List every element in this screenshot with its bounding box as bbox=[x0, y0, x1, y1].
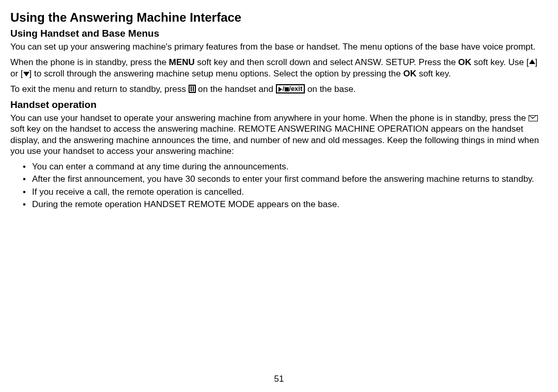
text: on the handset and bbox=[196, 84, 276, 94]
page-number: 51 bbox=[0, 374, 558, 384]
text: To exit the menu and return to standby, … bbox=[10, 84, 189, 94]
text: ] to scroll through the answering machin… bbox=[29, 69, 404, 79]
handset-bullet-list: You can enter a command at any time duri… bbox=[10, 161, 548, 210]
text: on the base. bbox=[305, 84, 355, 94]
text: soft key. bbox=[416, 69, 451, 79]
section-heading-menus: Using Handset and Base Menus bbox=[10, 28, 548, 39]
para-handset-intro: You can use your handset to operate your… bbox=[10, 113, 548, 156]
base-exit-icon: //exit bbox=[276, 84, 305, 93]
envelope-icon bbox=[529, 115, 538, 121]
text: You can use your handset to operate your… bbox=[10, 113, 529, 123]
list-item: If you receive a call, the remote operat… bbox=[32, 186, 548, 197]
list-item: During the remote operation HANDSET REMO… bbox=[32, 199, 548, 210]
section-heading-handset: Handset operation bbox=[10, 99, 548, 111]
text: soft key and then scroll down and select… bbox=[195, 57, 458, 67]
ok-key-label: OK bbox=[403, 69, 416, 79]
list-item: You can enter a command at any time duri… bbox=[32, 161, 548, 172]
handset-exit-icon bbox=[189, 85, 196, 93]
ok-key-label: OK bbox=[458, 57, 472, 67]
para-menus-navigation: When the phone is in standby, press the … bbox=[10, 57, 548, 79]
text: soft key on the handset to access the an… bbox=[10, 124, 539, 156]
text: soft key. Use [ bbox=[471, 57, 529, 67]
list-item: After the first announcement, you have 3… bbox=[32, 174, 548, 184]
para-menus-exit: To exit the menu and return to standby, … bbox=[10, 84, 548, 95]
up-arrow-icon bbox=[529, 59, 535, 64]
text: When the phone is in standby, press the bbox=[10, 57, 169, 67]
down-arrow-icon bbox=[23, 72, 29, 76]
para-menus-intro: You can set up your answering machine's … bbox=[10, 41, 548, 52]
menu-key-label: MENU bbox=[169, 57, 195, 67]
page-title: Using the Answering Machine Interface bbox=[10, 10, 548, 25]
